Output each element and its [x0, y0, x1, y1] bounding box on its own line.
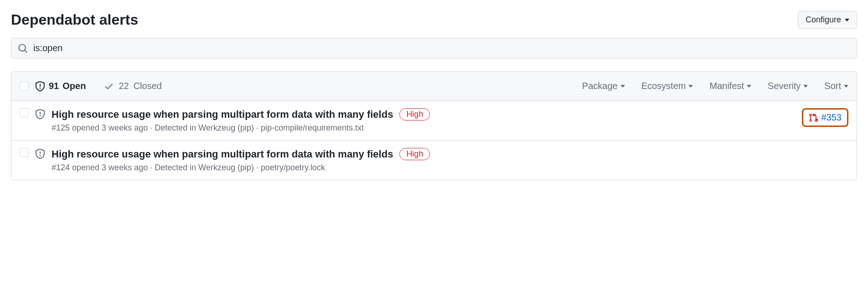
closed-count: 22 — [119, 81, 129, 91]
open-count: 91 — [49, 81, 59, 91]
open-filter[interactable]: 91 Open — [35, 81, 86, 91]
package-filter[interactable]: Package — [582, 81, 625, 91]
list-toolbar: 91 Open 22 Closed Package Ecosystem Man — [11, 72, 857, 101]
page-title: Dependabot alerts — [11, 11, 138, 28]
alert-row: High resource usage when parsing multipa… — [11, 141, 857, 180]
caret-down-icon — [844, 85, 848, 88]
alert-meta: #125 opened 3 weeks ago · Detected in We… — [52, 123, 796, 133]
search-bar[interactable] — [11, 38, 857, 58]
shield-alert-icon — [35, 109, 45, 119]
alert-checkbox[interactable] — [20, 148, 29, 157]
caret-down-icon — [688, 85, 693, 88]
open-label: Open — [62, 81, 86, 91]
pr-number: #353 — [822, 112, 842, 123]
check-icon — [104, 81, 114, 91]
shield-alert-icon — [35, 149, 45, 159]
sort-filter[interactable]: Sort — [824, 81, 848, 91]
ecosystem-filter[interactable]: Ecosystem — [641, 81, 693, 91]
alert-meta: #124 opened 3 weeks ago · Detected in We… — [52, 163, 848, 173]
configure-label: Configure — [806, 15, 841, 25]
alerts-list: 91 Open 22 Closed Package Ecosystem Man — [11, 71, 857, 180]
severity-badge: High — [399, 108, 430, 121]
select-all-checkbox[interactable] — [20, 82, 29, 91]
caret-down-icon — [803, 85, 808, 88]
configure-button[interactable]: Configure — [798, 11, 857, 29]
closed-filter[interactable]: 22 Closed — [104, 81, 162, 91]
alert-title-link[interactable]: High resource usage when parsing multipa… — [52, 109, 393, 121]
shield-alert-icon — [35, 81, 45, 91]
manifest-filter[interactable]: Manifest — [709, 81, 751, 91]
alert-row: High resource usage when parsing multipa… — [11, 101, 857, 141]
closed-label: Closed — [134, 81, 162, 91]
caret-down-icon — [620, 85, 625, 88]
caret-down-icon — [845, 19, 849, 21]
search-icon — [18, 43, 28, 53]
search-input[interactable] — [33, 43, 850, 53]
severity-filter[interactable]: Severity — [768, 81, 808, 91]
pull-request-link[interactable]: #353 — [802, 108, 849, 127]
alert-title-link[interactable]: High resource usage when parsing multipa… — [52, 148, 393, 160]
severity-badge: High — [399, 148, 430, 160]
alert-checkbox[interactable] — [20, 108, 29, 117]
pull-request-icon — [809, 113, 818, 122]
caret-down-icon — [747, 85, 751, 88]
